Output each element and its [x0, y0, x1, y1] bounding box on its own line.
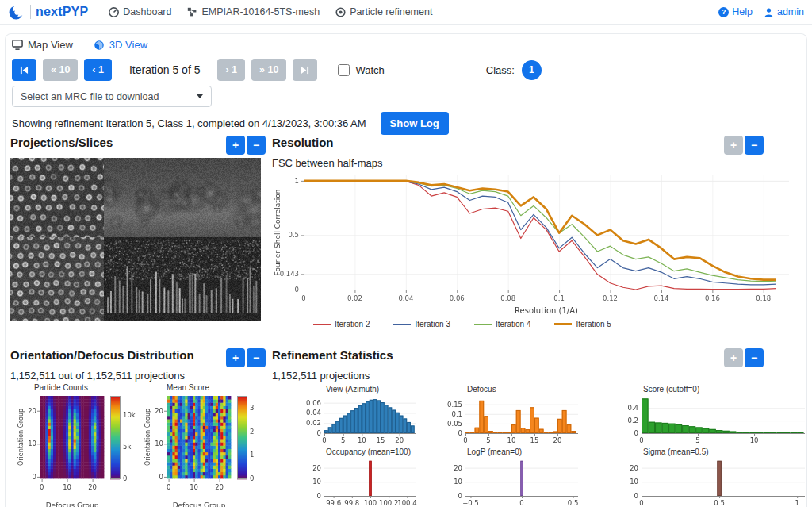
legend-label: Iteration 3	[415, 320, 450, 328]
nav-project-label: EMPIAR-10164-5TS-mesh	[201, 6, 320, 17]
fsc-chart	[272, 169, 800, 317]
tab-3d-view[interactable]: 3D View	[94, 39, 147, 51]
orientation-section: Orientation/Defocus Distribution + − 1,1…	[10, 348, 266, 507]
legend-line-iteration-2	[313, 324, 331, 325]
occupancy-plot: Occupancy (mean=100)	[301, 447, 419, 507]
defocus-title: Defocus	[442, 385, 581, 394]
mean-score-plot: Mean Score	[144, 383, 264, 507]
orientation-title: Orientation/Defocus Distribution	[10, 348, 194, 362]
tab-map-view[interactable]: Map View	[12, 39, 73, 51]
status-row: Showing refinement Iteration 5, Class 1,…	[12, 112, 449, 135]
brand[interactable]: nextPYP	[8, 3, 88, 21]
help-link[interactable]: ? Help	[718, 6, 753, 17]
particle-counts-heatmap	[17, 392, 137, 507]
cube-icon	[94, 40, 105, 51]
sigma-histogram	[618, 456, 808, 507]
legend-item: Iteration 5	[554, 320, 611, 328]
monitor-icon	[12, 40, 23, 50]
user-icon	[764, 7, 774, 17]
orientation-zoom-group: + −	[226, 348, 266, 367]
back-1-button[interactable]: ‹ 1	[84, 59, 112, 81]
last-iteration-button[interactable]	[293, 59, 317, 81]
legend-label: Iteration 5	[576, 320, 611, 328]
watch-toggle: Watch	[338, 64, 384, 76]
class-badge[interactable]: 1	[522, 60, 542, 80]
legend-item: Iteration 2	[313, 320, 370, 328]
particle-counts-plot: Particle Counts	[17, 383, 137, 507]
occupancy-title: Occupancy (mean=100)	[301, 447, 419, 456]
statistics-subtitle: 1,152,511 projections	[272, 370, 800, 382]
projections-zoom-in-button[interactable]: +	[226, 136, 245, 155]
tab-3d-view-label: 3D View	[109, 39, 147, 51]
view-azimuth-histogram	[301, 394, 419, 444]
occupancy-histogram	[301, 456, 419, 507]
top-navbar: nextPYP Dashboard EMPIAR-10164-5TS-mesh	[0, 0, 812, 25]
projections-title: Projections/Slices	[10, 136, 113, 149]
statistics-title: Refinement Statistics	[272, 348, 393, 362]
nav-block[interactable]: Particle refinement	[335, 6, 432, 17]
legend-line-iteration-3	[393, 324, 411, 325]
watch-checkbox[interactable]	[338, 64, 350, 76]
logp-title: LogP (mean=0)	[442, 447, 581, 456]
projections-section: Projections/Slices + −	[10, 136, 266, 321]
mrc-file-select-value: Select an MRC file to download	[21, 91, 159, 102]
brand-name: nextPYP	[36, 5, 88, 19]
defocus-histogram	[442, 394, 581, 444]
orientation-zoom-out-button[interactable]: −	[247, 348, 266, 367]
project-network-icon	[187, 7, 197, 17]
histogram-grid: View (Azimuth) Occupancy (mean=100) Defo…	[301, 385, 800, 507]
nav-dashboard-label: Dashboard	[123, 6, 171, 17]
first-iteration-button[interactable]	[12, 59, 36, 81]
mean-score-heatmap	[144, 392, 264, 507]
view-azimuth-plot: View (Azimuth)	[301, 385, 419, 444]
nav-dashboard[interactable]: Dashboard	[109, 6, 171, 17]
statistics-zoom-out-button[interactable]: −	[745, 348, 764, 367]
resolution-zoom-group: + −	[724, 136, 764, 155]
show-log-button[interactable]: Show Log	[381, 112, 449, 135]
dashboard-icon	[109, 7, 119, 17]
help-icon: ?	[718, 7, 729, 17]
back-10-button[interactable]: « 10	[43, 59, 78, 81]
brand-divider	[30, 5, 31, 19]
watch-label: Watch	[355, 64, 384, 76]
orientation-zoom-in-button[interactable]: +	[226, 348, 245, 367]
forward-1-button[interactable]: › 1	[217, 59, 245, 81]
heatmap-row: Particle Counts Mean Score	[17, 383, 266, 507]
iteration-controls: « 10 ‹ 1 Iteration 5 of 5 › 1 » 10 Watch…	[12, 59, 800, 81]
content-card: Map View 3D View « 10 ‹ 1 Iteration 5 of…	[5, 33, 807, 507]
navbar-right: ? Help admin	[718, 6, 804, 17]
help-label: Help	[732, 6, 753, 17]
particle-counts-title: Particle Counts	[17, 383, 137, 392]
status-text: Showing refinement Iteration 5, Class 1,…	[12, 117, 366, 129]
logp-histogram	[442, 456, 581, 507]
logp-plot: LogP (mean=0)	[442, 447, 581, 507]
fsc-legend: Iteration 2 Iteration 3 Iteration 4 Iter…	[313, 320, 800, 328]
legend-item: Iteration 3	[393, 320, 450, 328]
score-plot: Score (cutoff=0)	[618, 385, 808, 444]
mrc-file-select[interactable]: Select an MRC file to download	[12, 86, 212, 107]
score-title: Score (cutoff=0)	[618, 385, 808, 394]
legend-item: Iteration 4	[474, 320, 530, 328]
statistics-zoom-in-button[interactable]: +	[724, 348, 743, 367]
projections-zoom-group: + −	[226, 136, 266, 155]
defocus-plot: Defocus	[442, 385, 581, 444]
legend-line-iteration-4	[474, 324, 492, 325]
projections-image	[10, 158, 261, 321]
user-menu[interactable]: admin	[764, 6, 804, 17]
legend-label: Iteration 2	[335, 320, 370, 328]
nav-project[interactable]: EMPIAR-10164-5TS-mesh	[187, 6, 320, 17]
mean-score-title: Mean Score	[144, 383, 264, 392]
resolution-section: Resolution + − FSC between half-maps Ite…	[272, 136, 800, 328]
particle-refinement-icon	[335, 7, 346, 17]
iteration-label: Iteration 5 of 5	[129, 63, 201, 76]
tab-map-view-label: Map View	[28, 39, 73, 51]
projections-zoom-out-button[interactable]: −	[247, 136, 266, 155]
forward-10-button[interactable]: » 10	[251, 59, 286, 81]
nextpyp-logo-icon	[8, 3, 25, 21]
app-root: nextPYP Dashboard EMPIAR-10164-5TS-mesh	[0, 0, 812, 507]
view-azimuth-title: View (Azimuth)	[301, 385, 419, 394]
resolution-zoom-in-button[interactable]: +	[724, 136, 743, 155]
resolution-zoom-out-button[interactable]: −	[745, 136, 764, 155]
legend-line-iteration-5	[554, 323, 572, 326]
nav-block-label: Particle refinement	[350, 6, 432, 17]
